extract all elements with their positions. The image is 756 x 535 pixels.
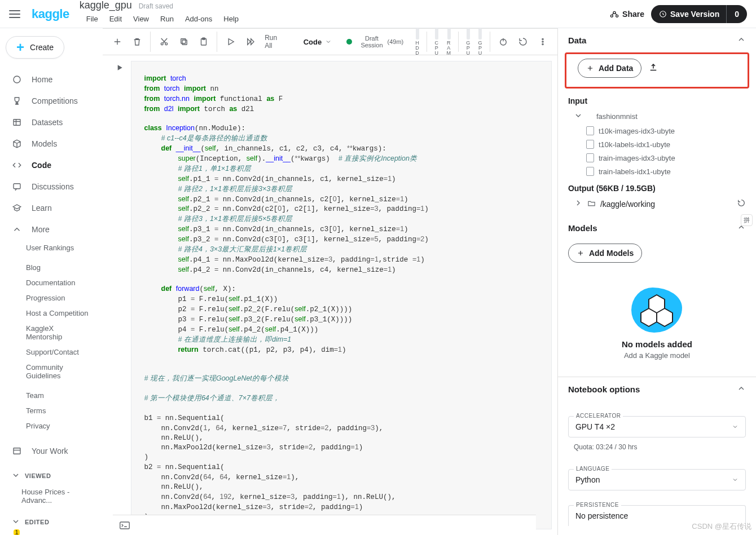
svg-point-0 (613, 11, 616, 14)
menu-addons[interactable]: Add-ons (185, 15, 212, 23)
trophy-icon (11, 95, 23, 107)
restart-button[interactable] (515, 33, 532, 51)
options-section-header[interactable]: Notebook options (558, 377, 756, 401)
viewed-heading[interactable]: VIEWED (6, 462, 97, 484)
input-folder[interactable]: fashionmnist (558, 109, 756, 124)
code-cell[interactable]: import torch from torch import nn from t… (131, 61, 551, 529)
create-button[interactable]: + Create (6, 36, 64, 59)
add-kaggle-model-link[interactable]: Add a Kaggle model (624, 351, 690, 360)
main-area: Run All Code DraftSession (49m) HDD CPU … (103, 28, 557, 535)
save-version-button[interactable]: Save Version 0 (651, 5, 747, 23)
table-icon (11, 117, 23, 128)
menu-view[interactable]: View (133, 15, 149, 23)
refresh-icon[interactable] (737, 198, 746, 209)
nav-home[interactable]: Home (6, 69, 97, 90)
paste-button[interactable] (195, 33, 212, 51)
nav-learn[interactable]: Learn (6, 197, 97, 219)
add-cell-button[interactable] (108, 33, 126, 51)
edited-heading[interactable]: EDITED (6, 508, 97, 530)
chevron-up-icon[interactable] (737, 384, 746, 395)
menu-file[interactable]: File (86, 15, 98, 23)
persistence-label: PERSISTENCE (574, 502, 621, 508)
nav-sub[interactable]: Blog (6, 260, 97, 275)
copy-button[interactable] (175, 33, 192, 51)
nav-sub[interactable]: KaggleX Mentorship (6, 321, 97, 344)
file-item[interactable]: train-images-idx3-ubyte (558, 151, 756, 165)
add-data-button[interactable]: Add Data (578, 59, 641, 78)
share-button[interactable]: Share (610, 10, 644, 19)
cpu-meter[interactable]: CPU (432, 28, 441, 56)
chevron-up-icon (11, 224, 23, 235)
menu-help[interactable]: Help (223, 15, 239, 23)
language-select[interactable]: Python (568, 469, 746, 490)
ime-badge[interactable]: 拼 (741, 214, 753, 226)
nav-discussions[interactable]: Discussions (6, 176, 97, 197)
delete-cell-button[interactable] (128, 33, 146, 51)
run-button[interactable] (222, 33, 239, 51)
file-icon (586, 140, 594, 149)
menu-edit[interactable]: Edit (109, 15, 122, 23)
file-item[interactable]: t10k-images-idx3-ubyte (558, 124, 756, 138)
nav-models[interactable]: Models (6, 133, 97, 154)
accelerator-select[interactable]: GPU T4 ×2 (568, 416, 746, 437)
nav-sub[interactable]: Support/Contact (6, 344, 97, 360)
nav-your-work[interactable]: Your Work (6, 440, 97, 462)
right-panel: Data Add Data Input fashionmnist t10k-im… (557, 28, 756, 535)
accelerator-label: ACCELERATOR (574, 413, 623, 419)
hamburger-icon[interactable] (9, 10, 20, 18)
nav-sub[interactable]: Progression (6, 290, 97, 306)
hdd-meter[interactable]: HDD (412, 28, 422, 56)
session-info: DraftSession (361, 35, 383, 48)
nav-sub[interactable]: Community Guidelines (6, 360, 97, 383)
chevron-up-icon[interactable] (737, 35, 746, 46)
console-toggle[interactable] (113, 515, 536, 535)
nav-sub[interactable]: Terms (6, 403, 97, 418)
svg-point-4 (14, 76, 20, 83)
more-button[interactable] (534, 33, 552, 51)
models-section-header[interactable]: Models (558, 216, 756, 240)
kaggle-logo[interactable]: kaggle (32, 7, 69, 21)
svg-point-11 (165, 43, 168, 45)
cell-type-dropdown[interactable]: Code (298, 36, 338, 48)
nav-sub[interactable]: Host a Competition (6, 306, 97, 321)
svg-rect-20 (120, 522, 130, 529)
upload-button[interactable] (648, 63, 658, 74)
nav-sub[interactable]: Privacy (6, 418, 97, 434)
gpu-meter[interactable]: GPU (463, 28, 473, 56)
file-item[interactable]: train-labels-idx1-ubyte (558, 165, 756, 178)
data-section-header[interactable]: Data (558, 28, 756, 52)
run-cell-button[interactable] (115, 63, 124, 74)
svg-rect-6 (14, 184, 20, 189)
nav-datasets[interactable]: Datasets (6, 112, 97, 133)
file-icon (586, 167, 594, 176)
run-all-button[interactable]: Run All (261, 34, 289, 50)
folder-icon (587, 199, 596, 209)
gpu-meter-2[interactable]: GPU (476, 28, 485, 56)
menu-run[interactable]: Run (160, 15, 174, 23)
chevron-down-icon (574, 111, 583, 122)
nav-code[interactable]: Code (6, 154, 97, 176)
add-models-button[interactable]: Add Models (568, 244, 642, 263)
nav-competitions[interactable]: Competitions (6, 90, 97, 112)
editor[interactable]: import torch from torch import nn from t… (103, 55, 557, 535)
power-button[interactable] (495, 33, 512, 51)
ram-meter[interactable]: RAM (444, 28, 454, 56)
file-item[interactable]: t10k-labels-idx1-ubyte (558, 138, 756, 151)
no-models-text: No models added (622, 339, 692, 349)
view-active-events[interactable]: 1 View Active Events (6, 530, 97, 535)
svg-point-19 (542, 43, 543, 45)
run-all-icon[interactable] (241, 33, 259, 51)
home-icon (11, 74, 23, 85)
cut-button[interactable] (155, 33, 173, 51)
events-badge: 1 (14, 529, 20, 535)
nav-sub[interactable]: Documentation (6, 275, 97, 290)
output-folder[interactable]: /kaggle/working (558, 196, 756, 211)
notebook-title[interactable]: kaggle_gpu (80, 0, 132, 11)
viewed-item[interactable]: House Prices - Advanc... (6, 484, 97, 508)
svg-point-17 (542, 38, 543, 39)
svg-rect-13 (181, 39, 186, 43)
nav-sub[interactable]: Team (6, 388, 97, 403)
nav-sub[interactable]: User Rankings (6, 240, 97, 255)
toolbar: Run All Code DraftSession (49m) HDD CPU … (103, 28, 557, 55)
nav-more[interactable]: More (6, 219, 97, 240)
